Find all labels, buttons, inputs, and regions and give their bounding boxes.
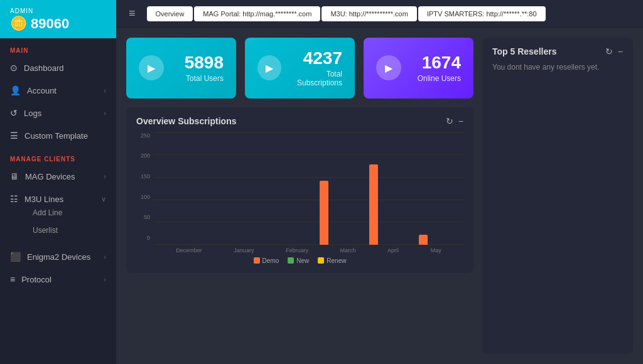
sidebar-item-label: Logs [24,109,41,118]
legend-label-demo: Demo [262,257,279,264]
chart-legend: Demo New Renew [136,257,463,264]
resellers-actions: ↻ − [605,46,623,56]
x-label-december: December [176,247,202,254]
balance-amount: 89060 [31,16,69,32]
mag-icon: 🖥 [10,171,19,181]
main-area: ≡ Overview MAG Portal: http://mag.******… [116,0,643,364]
m3u-icon: ☷ [10,194,18,204]
sidebar-item-label: Custom Template [24,131,88,141]
x-axis: December January February March April Ma… [154,245,463,254]
left-column: ▶ 5898 Total Users ▶ 4237 Total Subscrip… [126,38,473,354]
submenu-userlist[interactable]: Userlist [33,222,106,239]
total-subs-label: Total Subscriptions [281,70,342,87]
minus-icon[interactable]: − [618,46,623,56]
y-label: 0 [147,235,150,241]
sidebar-item-m3u-lines[interactable]: ☷ M3U Lines ∨ Add Line Userlist [0,188,116,245]
bar-demo [320,181,328,245]
chart-title: Overview Subscriptions [136,116,237,126]
legend-dot-demo [254,257,260,264]
refresh-icon[interactable]: ↻ [605,46,613,56]
account-icon: 👤 [10,85,21,95]
refresh-icon[interactable]: ↻ [446,116,453,126]
sidebar-item-label: Dashboard [24,63,64,73]
chart-grid [154,132,463,245]
dashboard-icon: ⊙ [10,63,18,73]
total-subs-number: 4237 [281,49,342,68]
template-icon: ☰ [10,131,18,141]
right-column: Top 5 Resellers ↻ − You dont have any re… [482,38,633,354]
coin-icon: 🪙 [10,16,27,32]
legend-renew: Renew [318,257,346,264]
y-label: 200 [141,153,150,159]
y-label: 150 [141,173,150,179]
chart-panel-header: Overview Subscriptions ↻ − [136,116,463,126]
sidebar-item-label: M3U Lines [24,195,63,204]
chevron-right-icon: › [104,87,106,94]
sidebar-brand: ADMIN 🪙 89060 [0,0,116,38]
stat-cards: ▶ 5898 Total Users ▶ 4237 Total Subscrip… [126,38,473,99]
chevron-right-icon: › [104,276,106,283]
x-label-may: May [431,247,441,254]
x-label-january: January [234,247,254,254]
sidebar-item-label: Enigma2 Devices [27,252,90,262]
legend-dot-new [288,257,294,264]
chart-actions: ↻ − [446,116,463,126]
stat-card-total-users: ▶ 5898 Total Users [126,38,236,99]
sidebar-item-protocol[interactable]: ≡ Protocol › [0,268,116,291]
chevron-down-icon: ∨ [101,195,106,203]
sidebar-item-enigma2[interactable]: ⬛ Enigma2 Devices › [0,245,116,268]
sidebar-item-dashboard[interactable]: ⊙ Dashboard [0,56,116,79]
chevron-right-icon: › [104,109,106,117]
total-users-number: 5898 [185,53,224,73]
m3u-submenu: Add Line Userlist [10,204,106,239]
play-icon[interactable]: ▶ [257,55,281,80]
x-label-april: April [387,247,399,254]
play-icon[interactable]: ▶ [139,55,164,80]
play-icon[interactable]: ▶ [376,55,401,80]
sidebar: ADMIN 🪙 89060 MAIN ⊙ Dashboard 👤 Account… [0,0,116,364]
y-axis: 250 200 150 100 50 0 [136,132,154,254]
minus-icon[interactable]: − [458,116,463,126]
legend-new: New [288,257,309,264]
tab-m3u[interactable]: M3U: http://**********.com [322,6,417,21]
tab-iptv-smarters[interactable]: IPTV SMARTERS: http://******.**:80 [418,6,546,21]
stat-card-online-users: ▶ 1674 Online Users [364,38,473,99]
resellers-panel-header: Top 5 Resellers ↻ − [492,46,623,56]
protocol-icon: ≡ [10,274,15,284]
bar-group-may [419,235,446,245]
legend-label-new: New [296,257,309,264]
bar-group-march [320,181,347,245]
sidebar-item-logs[interactable]: ↺ Logs › [0,102,116,124]
bars-container [154,132,463,245]
sidebar-item-label: Protocol [21,275,51,284]
sidebar-item-label: MAG Devices [25,172,75,181]
tab-overview[interactable]: Overview [147,6,193,21]
chart-area: 250 200 150 100 50 0 [136,132,463,264]
top-navigation: ≡ Overview MAG Portal: http://mag.******… [116,0,643,28]
sidebar-item-custom-template[interactable]: ☰ Custom Template [0,124,116,147]
submenu-add-line[interactable]: Add Line [33,204,106,222]
online-users-label: Online Users [418,74,461,83]
sidebar-item-mag-devices[interactable]: 🖥 MAG Devices › [0,165,116,188]
x-label-march: March [340,247,356,254]
sidebar-item-label: Account [27,86,57,95]
bar-group-april [369,164,397,245]
chevron-right-icon: › [104,253,106,260]
online-users-number: 1674 [418,53,461,73]
bar-demo [419,235,428,245]
hamburger-button[interactable]: ≡ [122,3,142,24]
legend-demo: Demo [254,257,279,264]
total-users-label: Total Users [185,74,224,83]
legend-dot-renew [318,257,324,264]
chart-body: December January February March April Ma… [154,132,463,254]
content-area: ▶ 5898 Total Users ▶ 4237 Total Subscrip… [116,28,643,364]
tab-mag-portal[interactable]: MAG Portal: http://mag.********.com [194,6,320,21]
sidebar-item-account[interactable]: 👤 Account › [0,79,116,102]
resellers-title: Top 5 Resellers [492,46,556,56]
bar-demo [369,164,378,245]
section-label-manage-clients: MANAGE CLIENTS [0,147,116,165]
logs-icon: ↺ [10,108,18,118]
x-label-february: February [286,247,308,254]
no-resellers-text: You dont have any resellers yet. [492,63,623,72]
chart-panel: Overview Subscriptions ↻ − 250 200 150 1… [126,107,473,273]
